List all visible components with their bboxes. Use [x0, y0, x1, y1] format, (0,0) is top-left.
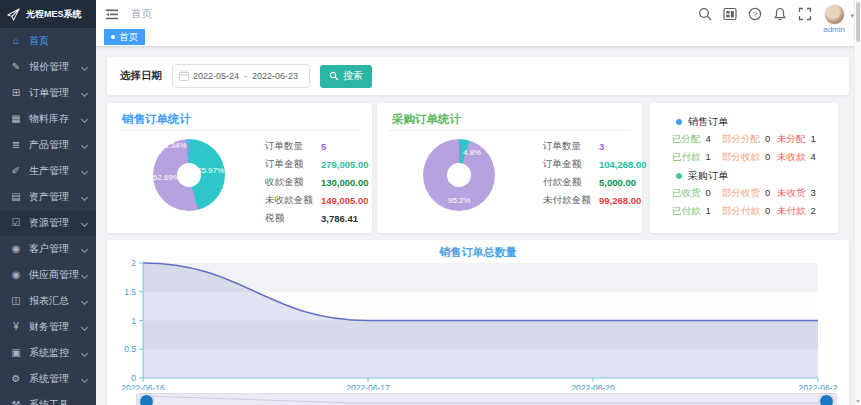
status-item-value: 2 — [811, 205, 816, 216]
fullscreen-icon[interactable] — [798, 7, 812, 21]
divider — [119, 130, 360, 131]
sidebar-item-11[interactable]: ¥财务管理 — [0, 314, 96, 340]
datazoom-slider[interactable] — [136, 393, 837, 405]
status-item-value: 1 — [706, 151, 711, 162]
sidebar-item-4[interactable]: ≣产品管理 — [0, 132, 96, 158]
stat-label: 税额 — [265, 212, 321, 225]
sidebar-item-label: 生产管理 — [29, 164, 69, 178]
sidebar-item-14[interactable]: ⚒系统工具 — [0, 392, 96, 405]
chevron-down-icon — [81, 194, 88, 201]
cart-icon: ⊞ — [10, 88, 22, 98]
date-start-value[interactable]: 2022-05-24 — [193, 71, 239, 81]
stat-value: 149,005.00 — [321, 195, 369, 206]
sidebar-item-6[interactable]: ▤资产管理 — [0, 184, 96, 210]
stat-value: 279,005.00 — [321, 159, 369, 170]
breadcrumb[interactable]: 首页 — [131, 7, 152, 21]
status-item-value: 0 — [765, 133, 770, 144]
chevron-down-icon — [81, 142, 88, 149]
supplier-icon: ◉ — [10, 270, 22, 280]
status-item-label: 部分收款 — [722, 151, 760, 162]
datazoom-left-handle[interactable] — [139, 394, 154, 405]
status-item-label: 部分分配 — [722, 133, 760, 144]
y-axis-tick-label: 1 — [131, 316, 136, 326]
line-chart-canvas: 00.511.522022-06-162022-06-172022-06-202… — [107, 240, 849, 390]
sidebar-item-label: 报表汇总 — [29, 294, 69, 308]
date-end-value[interactable]: 2022-06-23 — [252, 71, 298, 81]
sidebar-item-5[interactable]: ✐生产管理 — [0, 158, 96, 184]
status-item: 未收款4 — [777, 151, 816, 164]
stat-row: 未收款金额149,005.00 — [265, 191, 369, 209]
vertical-scrollbar[interactable]: ▾ — [854, 0, 861, 405]
date-filter-panel: 选择日期 2022-05-24 - 2022-06-23 搜索 — [107, 57, 849, 95]
status-item: 部分分配0 — [722, 133, 770, 146]
sidebar-item-2[interactable]: ⊞订单管理 — [0, 80, 96, 106]
tools-icon: ⚒ — [10, 400, 22, 405]
chevron-down-icon — [81, 350, 88, 357]
y-axis-tick-label: 1.5 — [124, 287, 136, 297]
status-item-value: 4 — [706, 133, 711, 144]
sidebar-item-7[interactable]: ☑资源管理 — [0, 210, 96, 236]
sidebar-item-label: 资产管理 — [29, 190, 69, 204]
scrollbar-thumb[interactable] — [856, 2, 860, 42]
status-item-value: 1 — [811, 133, 816, 144]
svg-text:?: ? — [753, 10, 758, 19]
status-item-label: 未收货 — [777, 187, 806, 198]
search-button[interactable]: 搜索 — [320, 65, 372, 88]
sidebar-item-12[interactable]: ▣系统监控 — [0, 340, 96, 366]
stat-label: 未收款金额 — [265, 194, 321, 207]
sidebar-item-8[interactable]: ◉客户管理 — [0, 236, 96, 262]
sidebar-item-label: 产品管理 — [29, 138, 69, 152]
chevron-down-icon — [81, 272, 88, 279]
status-group-label: 销售订单 — [688, 115, 728, 129]
scrollbar-down-arrow-icon[interactable]: ▾ — [855, 398, 861, 404]
sidebar-item-label: 客户管理 — [29, 242, 69, 256]
top-header: 首页 ? admin ▾ — [96, 0, 861, 28]
stat-value: 5,000.00 — [599, 177, 636, 188]
sidebar-item-9[interactable]: ◉供应商管理 — [0, 262, 96, 288]
layout-size-icon[interactable] — [723, 7, 737, 21]
user-menu[interactable]: admin ▾ — [823, 4, 845, 34]
divider — [389, 130, 630, 131]
sidebar-item-label: 订单管理 — [29, 86, 69, 100]
sidebar-item-1[interactable]: ✎报价管理 — [0, 54, 96, 80]
chevron-down-icon — [81, 376, 88, 383]
chevron-down-icon — [81, 324, 88, 331]
stat-value: 5 — [321, 141, 326, 152]
donut-slice-label: 1.34% — [164, 141, 187, 150]
app-logo[interactable]: 光程MES系统 — [0, 0, 96, 28]
production-icon: ✐ — [10, 166, 22, 176]
sidebar-item-10[interactable]: ◫报表汇总 — [0, 288, 96, 314]
status-group-title: 销售订单 — [650, 113, 838, 131]
monitor-icon: ▣ — [10, 348, 22, 358]
sidebar-item-home[interactable]: ⌂首页 — [0, 28, 96, 54]
settings-icon: ⚙ — [10, 374, 22, 384]
datazoom-right-handle[interactable] — [819, 394, 834, 405]
sidebar-menu: ⌂首页✎报价管理⊞订单管理▦物料库存≣产品管理✐生产管理▤资产管理☑资源管理◉客… — [0, 28, 96, 405]
bell-icon[interactable] — [773, 7, 787, 21]
sidebar-item-3[interactable]: ▦物料库存 — [0, 106, 96, 132]
date-range-input[interactable]: 2022-05-24 - 2022-06-23 — [172, 64, 310, 88]
purchase-donut-chart[interactable]: 4.8%95.2% — [423, 139, 495, 211]
help-icon[interactable]: ? — [748, 7, 762, 21]
status-item-label: 已付款 — [672, 151, 701, 162]
calendar-icon — [179, 71, 189, 81]
chevron-down-icon — [81, 298, 88, 305]
avatar[interactable] — [824, 4, 845, 25]
tab-home[interactable]: 首页 — [104, 29, 145, 45]
chevron-down-icon — [81, 90, 88, 97]
stat-row: 未付款金额99,268.00 — [543, 191, 647, 209]
order-status-body: 销售订单已分配4部分分配0未分配1已付款1部分收款0未收款4采购订单已收货0部分… — [650, 113, 838, 221]
status-item-label: 未分配 — [777, 133, 806, 144]
sales-order-stats-card: 销售订单统计 45.97%52.69%1.34% 订单数量5订单金额279,00… — [107, 103, 372, 233]
app-window: 光程MES系统 ⌂首页✎报价管理⊞订单管理▦物料库存≣产品管理✐生产管理▤资产管… — [0, 0, 861, 405]
status-group-label: 采购订单 — [688, 169, 728, 183]
chevron-down-icon — [81, 246, 88, 253]
sidebar-toggle-button[interactable] — [105, 8, 119, 21]
sales-donut-chart[interactable]: 45.97%52.69%1.34% — [153, 139, 225, 211]
product-icon: ≣ — [10, 140, 22, 150]
stat-label: 订单金额 — [543, 158, 599, 171]
status-item-value: 3 — [811, 187, 816, 198]
sidebar-item-13[interactable]: ⚙系统管理 — [0, 366, 96, 392]
status-item-label: 已分配 — [672, 133, 701, 144]
search-icon[interactable] — [698, 7, 712, 21]
